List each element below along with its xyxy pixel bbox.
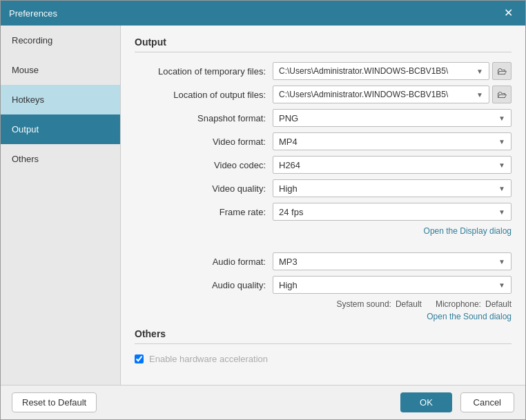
hardware-acceleration-row: Enable hardware acceleration xyxy=(135,351,512,367)
frame-rate-chevron-icon: ▼ xyxy=(498,208,505,216)
reset-to-default-button[interactable]: Reset to Default xyxy=(12,392,97,412)
main-panel: Output Location of temporary files: C:\U… xyxy=(121,26,525,385)
video-format-chevron-icon: ▼ xyxy=(498,138,505,146)
video-format-row: Video format: MP4 ▼ xyxy=(135,132,512,150)
cancel-button[interactable]: Cancel xyxy=(460,392,514,412)
dialog-content: Recording Mouse Hotkeys Output Others Ou… xyxy=(1,26,525,385)
audio-quality-chevron-icon: ▼ xyxy=(498,281,505,289)
temp-files-folder-button[interactable]: 🗁 xyxy=(492,62,512,80)
audio-quality-control: High ▼ xyxy=(273,276,512,294)
video-codec-value: H264 xyxy=(279,160,300,170)
temp-files-control: C:\Users\Administrator.WINDOWS-BCBV1B5\ … xyxy=(273,62,512,80)
title-bar: Preferences ✕ xyxy=(1,1,525,26)
others-section: Others Enable hardware acceleration xyxy=(135,328,512,367)
video-codec-row: Video codec: H264 ▼ xyxy=(135,156,512,174)
frame-rate-value: 24 fps xyxy=(279,207,303,217)
snapshot-format-dropdown[interactable]: PNG ▼ xyxy=(273,109,512,127)
frame-rate-row: Frame rate: 24 fps ▼ xyxy=(135,203,512,221)
action-buttons: OK Cancel xyxy=(400,392,514,412)
sidebar-item-output[interactable]: Output xyxy=(1,114,120,144)
output-files-chevron-icon: ▼ xyxy=(476,91,483,99)
video-quality-chevron-icon: ▼ xyxy=(498,185,505,192)
sound-dialog-link[interactable]: Open the Sound dialog xyxy=(427,312,512,321)
audio-format-row: Audio format: MP3 ▼ xyxy=(135,252,512,270)
video-format-control: MP4 ▼ xyxy=(273,132,512,150)
temp-files-dropdown[interactable]: C:\Users\Administrator.WINDOWS-BCBV1B5\ … xyxy=(273,62,489,80)
sidebar-item-hotkeys[interactable]: Hotkeys xyxy=(1,85,120,114)
hardware-acceleration-label: Enable hardware acceleration xyxy=(149,354,268,364)
hardware-acceleration-checkbox[interactable] xyxy=(135,354,144,363)
output-section-title: Output xyxy=(135,37,512,52)
sound-info-row: System sound: Default Microphone: Defaul… xyxy=(135,299,512,309)
audio-format-chevron-icon: ▼ xyxy=(498,258,505,266)
audio-quality-dropdown[interactable]: High ▼ xyxy=(273,276,512,294)
folder-icon: 🗁 xyxy=(497,66,507,77)
folder-icon-2: 🗁 xyxy=(497,89,507,100)
frame-rate-control: 24 fps ▼ xyxy=(273,203,512,221)
sidebar-item-recording[interactable]: Recording xyxy=(1,26,120,55)
audio-format-label: Audio format: xyxy=(135,257,273,267)
snapshot-format-control: PNG ▼ xyxy=(273,109,512,127)
audio-quality-label: Audio quality: xyxy=(135,280,273,290)
output-files-value: C:\Users\Administrator.WINDOWS-BCBV1B5\ xyxy=(279,90,448,99)
output-files-folder-button[interactable]: 🗁 xyxy=(492,86,512,103)
temp-files-row: Location of temporary files: C:\Users\Ad… xyxy=(135,62,512,80)
video-quality-row: Video quality: High ▼ xyxy=(135,179,512,197)
snapshot-format-value: PNG xyxy=(279,113,298,123)
temp-files-value: C:\Users\Administrator.WINDOWS-BCBV1B5\ xyxy=(279,66,448,76)
audio-format-value: MP3 xyxy=(279,257,298,267)
display-dialog-row: Open the Display dialog xyxy=(135,226,512,236)
video-codec-chevron-icon: ▼ xyxy=(498,161,505,169)
audio-quality-row: Audio quality: High ▼ xyxy=(135,276,512,294)
video-codec-control: H264 ▼ xyxy=(273,156,512,174)
close-button[interactable]: ✕ xyxy=(500,6,517,20)
output-files-control: C:\Users\Administrator.WINDOWS-BCBV1B5\ … xyxy=(273,86,512,103)
output-files-dropdown[interactable]: C:\Users\Administrator.WINDOWS-BCBV1B5\ … xyxy=(273,86,489,103)
video-quality-dropdown[interactable]: High ▼ xyxy=(273,179,512,197)
display-dialog-link[interactable]: Open the Display dialog xyxy=(424,226,512,236)
snapshot-format-row: Snapshot format: PNG ▼ xyxy=(135,109,512,127)
video-format-dropdown[interactable]: MP4 ▼ xyxy=(273,132,512,150)
temp-files-label: Location of temporary files: xyxy=(135,66,273,77)
microphone-value: Default xyxy=(485,299,512,309)
audio-format-control: MP3 ▼ xyxy=(273,252,512,270)
temp-files-chevron-icon: ▼ xyxy=(476,68,483,75)
output-files-row: Location of output files: C:\Users\Admin… xyxy=(135,86,512,103)
system-sound-value: Default xyxy=(396,299,422,309)
video-codec-dropdown[interactable]: H264 ▼ xyxy=(273,156,512,174)
sound-dialog-row: Open the Sound dialog xyxy=(135,312,512,321)
video-quality-value: High xyxy=(279,183,298,194)
video-quality-control: High ▼ xyxy=(273,179,512,197)
others-section-title: Others xyxy=(135,328,512,344)
snapshot-format-label: Snapshot format: xyxy=(135,113,273,123)
ok-button[interactable]: OK xyxy=(400,392,452,412)
video-codec-label: Video codec: xyxy=(135,160,273,170)
system-sound-label: System sound: xyxy=(337,299,391,309)
audio-format-dropdown[interactable]: MP3 ▼ xyxy=(273,252,512,270)
output-files-label: Location of output files: xyxy=(135,90,273,100)
sidebar: Recording Mouse Hotkeys Output Others xyxy=(1,26,121,385)
frame-rate-label: Frame rate: xyxy=(135,207,273,217)
dialog-title: Preferences xyxy=(9,8,57,19)
video-format-label: Video format: xyxy=(135,137,273,147)
preferences-dialog: Preferences ✕ Recording Mouse Hotkeys Ou… xyxy=(0,0,526,420)
video-quality-label: Video quality: xyxy=(135,183,273,194)
snapshot-format-chevron-icon: ▼ xyxy=(498,114,505,122)
bottom-bar: Reset to Default OK Cancel xyxy=(1,385,525,419)
microphone-label: Microphone: xyxy=(436,299,481,309)
frame-rate-dropdown[interactable]: 24 fps ▼ xyxy=(273,203,512,221)
video-format-value: MP4 xyxy=(279,137,298,147)
sidebar-item-mouse[interactable]: Mouse xyxy=(1,55,120,85)
audio-quality-value: High xyxy=(279,280,298,290)
sidebar-item-others[interactable]: Others xyxy=(1,144,120,174)
